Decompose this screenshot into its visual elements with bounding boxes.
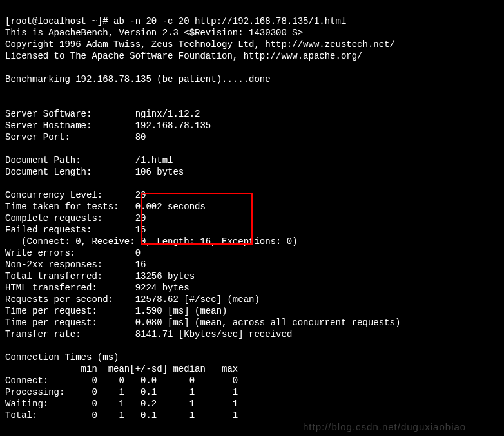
rps-label: Requests per second:	[5, 294, 113, 305]
server-hostname-value: 192.168.78.135	[135, 120, 211, 131]
shell-prompt: [root@localhost ~]#	[5, 16, 113, 26]
document-length-label: Document Length:	[5, 167, 92, 177]
document-path-label: Document Path:	[5, 155, 81, 166]
conn-times-processing: Processing: 0 1 0.1 1 1	[5, 387, 238, 397]
write-errors-label: Write errors:	[5, 248, 75, 258]
conn-times-waiting: Waiting: 0 1 0.2 1 1	[5, 399, 238, 409]
complete-requests-value: 20	[135, 213, 146, 223]
failed-detail: (Connect: 0, Receive: 0, Length: 16, Exc…	[5, 236, 298, 247]
conn-times-title: Connection Times (ms)	[5, 352, 119, 363]
tpr1-value: 1.590 [ms] (mean)	[135, 306, 228, 316]
intro-line-2: Copyright 1996 Adam Twiss, Zeus Technolo…	[5, 39, 395, 50]
server-port-value: 80	[135, 132, 146, 142]
time-taken-value: 0.002 seconds	[135, 202, 206, 212]
watermark-text: http://blog.csdn.net/duguxiaobiao	[303, 421, 466, 433]
concurrency-label: Concurrency Level:	[5, 190, 102, 200]
concurrency-value: 20	[135, 190, 146, 200]
document-path-value: /1.html	[135, 155, 173, 166]
transfer-rate-label: Transfer rate:	[5, 329, 81, 339]
tpr1-label: Time per request:	[5, 306, 97, 316]
tpr2-label: Time per request:	[5, 318, 97, 328]
server-software-value: nginx/1.12.2	[135, 109, 200, 119]
write-errors-value: 0	[135, 248, 141, 258]
server-hostname-label: Server Hostname:	[5, 120, 92, 131]
total-transferred-label: Total transferred:	[5, 271, 102, 281]
non2xx-value: 16	[135, 260, 146, 270]
conn-times-connect: Connect: 0 0 0.0 0 0	[5, 375, 238, 386]
document-length-value: 106 bytes	[135, 167, 184, 177]
total-transferred-value: 13256 bytes	[135, 271, 195, 281]
server-software-label: Server Software:	[5, 109, 92, 119]
rps-value: 12578.62 [#/sec] (mean)	[135, 294, 260, 305]
benchmark-line: Benchmarking 192.168.78.135 (be patient)…	[5, 74, 271, 84]
transfer-rate-value: 8141.71 [Kbytes/sec] received	[135, 329, 293, 339]
intro-line-3: Licensed to The Apache Software Foundati…	[5, 51, 363, 61]
complete-requests-label: Complete requests:	[5, 213, 102, 223]
failed-requests-value: 16	[135, 225, 146, 235]
intro-line-1: This is ApacheBench, Version 2.3 <$Revis…	[5, 28, 303, 38]
conn-times-total: Total: 0 1 0.1 1 1	[5, 410, 238, 421]
non2xx-label: Non-2xx responses:	[5, 260, 102, 270]
command-line[interactable]: ab -n 20 -c 20 http://192.168.78.135/1.h…	[113, 16, 346, 26]
html-transferred-value: 9224 bytes	[135, 283, 189, 293]
terminal-output: [root@localhost ~]# ab -n 20 -c 20 http:…	[0, 0, 504, 425]
time-taken-label: Time taken for tests:	[5, 202, 119, 212]
failed-requests-label: Failed requests:	[5, 225, 92, 235]
tpr2-value: 0.080 [ms] (mean, across all concurrent …	[135, 318, 401, 328]
html-transferred-label: HTML transferred:	[5, 283, 97, 293]
server-port-label: Server Port:	[5, 132, 70, 142]
conn-times-header: min mean[+/-sd] median max	[5, 364, 238, 374]
